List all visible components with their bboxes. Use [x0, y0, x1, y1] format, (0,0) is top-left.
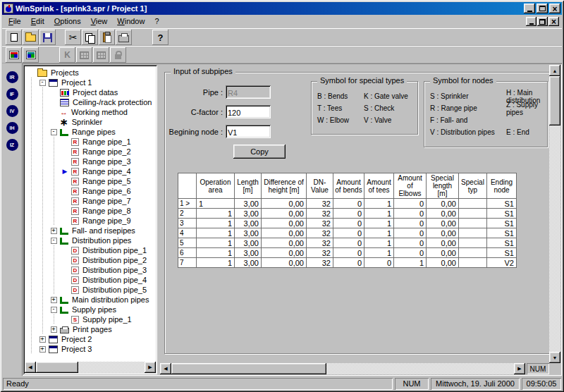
grid-cell[interactable]: 0,00 [427, 219, 459, 228]
grid-row-header[interactable]: 6 [178, 248, 197, 258]
tree-item-label[interactable]: Fall- and risepipes [70, 226, 137, 235]
scroll-track[interactable] [171, 363, 514, 374]
grid-cell[interactable]: 0,00 [262, 258, 307, 268]
menu-options[interactable]: Options [49, 16, 86, 27]
grid-cell[interactable]: S1 [487, 209, 517, 219]
mdi-minimize-button[interactable] [526, 17, 537, 26]
tree-item-label[interactable]: Project datas [71, 88, 119, 97]
menu-view[interactable]: View [86, 16, 113, 27]
scroll-thumb[interactable] [171, 363, 326, 374]
grid-cell[interactable] [459, 258, 487, 268]
grid-cell[interactable] [459, 238, 487, 248]
grid-cell[interactable]: 0 [333, 258, 364, 268]
grid-cell[interactable]: 1 [364, 228, 394, 238]
grid-cell[interactable]: 32 [307, 199, 333, 209]
grid-cell[interactable]: 0,00 [262, 228, 307, 238]
grid-cell[interactable]: 1 [364, 199, 394, 209]
grid-cell[interactable]: 0,00 [427, 238, 459, 248]
tree-item[interactable]: Sprinkler [25, 117, 156, 127]
tree-item[interactable]: -Supply pipes [25, 305, 156, 314]
grid-cell[interactable] [459, 228, 487, 238]
scroll-up-button[interactable] [549, 65, 560, 76]
grid-cell[interactable]: 1 [364, 248, 394, 258]
tree-item[interactable]: +Fall- and risepipes [25, 226, 156, 235]
close-button[interactable] [549, 4, 560, 13]
grid-cell[interactable]: S1 [487, 238, 517, 248]
tree-item[interactable]: -Range pipes [25, 127, 156, 137]
grid-cell[interactable]: 1 [364, 238, 394, 248]
grid-cell[interactable]: 1 [197, 228, 235, 238]
tree-expander[interactable]: - [48, 305, 59, 314]
scroll-thumb[interactable] [36, 362, 78, 373]
tree-item-label[interactable]: Project 3 [60, 345, 93, 353]
scroll-left-button[interactable] [160, 363, 171, 374]
grid-row-header[interactable]: 3 [178, 219, 197, 228]
k-factor-button[interactable] [59, 47, 75, 63]
tree-item-label[interactable]: Supply pipe_1 [81, 315, 133, 324]
tree-item[interactable]: +Print pages [25, 324, 156, 334]
grid-cell[interactable]: 0,00 [427, 199, 459, 209]
tree-item-label[interactable]: Working method [70, 108, 129, 116]
tree-item-label[interactable]: Sprinkler [70, 118, 104, 126]
print-button[interactable] [116, 30, 132, 45]
grid-row-header[interactable]: 2 [178, 209, 197, 219]
grid-cell[interactable] [459, 248, 487, 258]
tree-item[interactable]: DDistribution pipe_1 [25, 245, 156, 255]
minimize-button[interactable] [524, 4, 535, 13]
tree-item[interactable]: +Project 3 [25, 344, 156, 354]
tree-horizontal-scrollbar[interactable] [25, 362, 156, 373]
help-button[interactable] [152, 30, 168, 45]
tree-item-label[interactable]: Range pipe_9 [81, 216, 133, 225]
grid-cell[interactable]: V2 [487, 258, 517, 268]
copy-button[interactable]: Copy [233, 145, 286, 159]
grid-cell[interactable]: 0,00 [262, 248, 307, 258]
tree-item-label[interactable]: Range pipe_6 [81, 187, 133, 195]
tree-expander[interactable]: - [48, 127, 59, 137]
tree-item-label[interactable]: Main distribution pipes [70, 295, 150, 304]
tree-item-label[interactable]: Distribution pipe_1 [81, 246, 148, 255]
tree-item[interactable]: +Main distribution pipes [25, 295, 156, 305]
tree-item[interactable]: RRange pipe_7 [25, 196, 156, 206]
tree-item[interactable]: DDistribution pipe_3 [25, 265, 156, 275]
grid-cell[interactable]: 0,00 [427, 209, 459, 219]
grid-cell[interactable]: S1 [487, 228, 517, 238]
tree-item-label[interactable]: Range pipe_8 [81, 207, 133, 215]
tree-item[interactable]: Working method [25, 107, 156, 117]
grid-cell[interactable]: 3,00 [235, 219, 262, 228]
pipe-tables-button[interactable] [6, 47, 22, 63]
tree-item-label[interactable]: Range pipe_2 [81, 147, 133, 156]
grid-cell[interactable]: S1 [487, 199, 517, 209]
tree-item-label[interactable]: Range pipe_4 [81, 167, 133, 176]
grid-cell[interactable]: 3,00 [235, 199, 262, 209]
tree-item[interactable]: RRange pipe_3 [25, 157, 156, 166]
tree-item-label[interactable]: Distribution pipe_3 [81, 266, 148, 274]
grid-cell[interactable]: 0 [364, 258, 394, 268]
horizontal-scrollbar[interactable] [160, 363, 525, 374]
grid-cell[interactable]: 1 [197, 199, 235, 209]
tree-item[interactable]: DDistribution pipe_4 [25, 275, 156, 285]
grid-cell[interactable]: 1 [197, 258, 235, 268]
tree-item[interactable]: Projects [25, 68, 156, 78]
grid-cell[interactable]: 1 [197, 209, 235, 219]
grid-cell[interactable]: S1 [487, 248, 517, 258]
grid-cell[interactable]: 0 [333, 209, 364, 219]
tree-item[interactable]: DDistribution pipe_5 [25, 285, 156, 295]
tree-expander[interactable]: + [48, 295, 59, 305]
mdi-restore-button[interactable] [537, 17, 548, 26]
grid-cell[interactable]: 1 [197, 248, 235, 258]
grid-cell[interactable]: 3,00 [235, 248, 262, 258]
grid-cell[interactable]: 3,00 [235, 209, 262, 219]
tree-item[interactable]: RRange pipe_9 [25, 216, 156, 226]
vertical-scrollbar[interactable] [549, 65, 560, 363]
grid-cell[interactable]: 32 [307, 219, 333, 228]
grid-cell[interactable]: 32 [307, 238, 333, 248]
menu-help[interactable]: ? [149, 16, 164, 27]
tree-item-label[interactable]: Projects [49, 68, 80, 77]
grid-cell[interactable]: 3,00 [235, 228, 262, 238]
scroll-left-button[interactable] [25, 362, 36, 373]
grid-cell[interactable]: 0,00 [427, 228, 459, 238]
grid-cell[interactable]: 0 [333, 219, 364, 228]
grid-cell[interactable] [459, 209, 487, 219]
grid-cell[interactable]: 0,00 [262, 209, 307, 219]
scroll-right-button[interactable] [514, 363, 525, 374]
